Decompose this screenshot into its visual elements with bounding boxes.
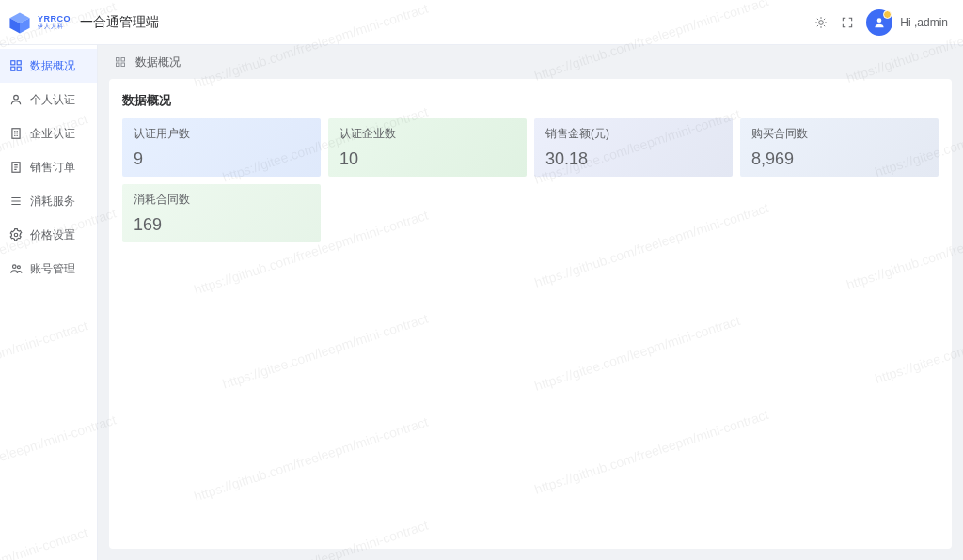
stat-label: 购买合同数 xyxy=(751,126,927,142)
brand-logo: YRRCO 伊人人科 xyxy=(8,10,71,35)
dashboard-icon xyxy=(9,59,23,72)
svg-point-20 xyxy=(14,233,18,237)
grid-icon xyxy=(115,56,126,68)
svg-rect-16 xyxy=(17,67,21,70)
greeting-text: Hi ,admin xyxy=(900,16,948,29)
svg-rect-23 xyxy=(117,58,120,62)
svg-point-12 xyxy=(877,18,882,23)
svg-rect-25 xyxy=(117,63,120,67)
stat-card-bought-contracts: 购买合同数 8,969 xyxy=(740,118,939,177)
svg-point-3 xyxy=(819,20,824,24)
settings-icon xyxy=(9,228,23,241)
fullscreen-icon xyxy=(841,16,854,29)
svg-point-17 xyxy=(14,95,19,100)
svg-rect-26 xyxy=(121,63,125,67)
building-icon xyxy=(9,127,23,140)
sidebar-item-consume-service[interactable]: 消耗服务 xyxy=(0,184,97,218)
overview-panel: 数据概况 认证用户数 9 认证企业数 10 销售金额(元) 30.18 购买合同… xyxy=(109,79,952,549)
sidebar-item-overview[interactable]: 数据概况 xyxy=(0,49,97,83)
stat-value: 9 xyxy=(134,149,309,169)
stat-card-enterprises: 认证企业数 10 xyxy=(328,118,527,177)
sidebar-item-price-settings[interactable]: 价格设置 xyxy=(0,218,97,252)
sidebar-item-label: 销售订单 xyxy=(30,160,75,176)
sidebar-item-label: 价格设置 xyxy=(30,227,75,243)
svg-rect-13 xyxy=(11,61,15,65)
svg-line-8 xyxy=(817,18,818,19)
sidebar-item-personal-auth[interactable]: 个人认证 xyxy=(0,83,97,117)
person-icon xyxy=(9,93,23,106)
stat-value: 10 xyxy=(339,149,515,169)
svg-rect-18 xyxy=(12,129,20,139)
theme-toggle-button[interactable] xyxy=(808,9,834,36)
app-header: YRRCO 伊人人科 一合通管理端 Hi ,admin xyxy=(0,0,963,45)
sidebar-item-label: 消耗服务 xyxy=(30,194,75,210)
stat-label: 消耗合同数 xyxy=(134,192,309,208)
brand-name: YRRCO xyxy=(38,15,71,23)
stat-card-users: 认证用户数 9 xyxy=(122,118,321,177)
order-icon xyxy=(9,161,23,174)
stat-label: 销售金额(元) xyxy=(545,126,721,142)
stat-card-consumed-contracts: 消耗合同数 169 xyxy=(122,184,321,242)
sidebar-item-label: 个人认证 xyxy=(30,92,75,108)
sidebar-item-enterprise-auth[interactable]: 企业认证 xyxy=(0,117,97,150)
breadcrumb-label: 数据概况 xyxy=(135,54,181,70)
svg-line-10 xyxy=(817,24,818,25)
user-avatar[interactable] xyxy=(866,9,892,36)
stat-card-sales-amount: 销售金额(元) 30.18 xyxy=(534,118,733,177)
sidebar-item-label: 账号管理 xyxy=(30,261,75,277)
stat-label: 认证用户数 xyxy=(134,126,309,142)
svg-point-22 xyxy=(17,266,20,269)
user-icon xyxy=(873,16,886,29)
main-area: 数据概况 数据概况 认证用户数 9 认证企业数 10 销售金额(元) 30.18… xyxy=(98,45,963,560)
stat-value: 169 xyxy=(134,215,309,235)
app-title: 一合通管理端 xyxy=(80,14,159,31)
sidebar-item-label: 数据概况 xyxy=(30,58,75,74)
svg-rect-15 xyxy=(11,67,15,70)
sidebar-item-label: 企业认证 xyxy=(30,126,75,142)
brand-subtitle: 伊人人科 xyxy=(38,23,71,29)
stat-value: 8,969 xyxy=(751,149,927,169)
list-icon xyxy=(9,194,23,208)
stat-label: 认证企业数 xyxy=(339,126,515,142)
sun-icon xyxy=(814,16,828,29)
fullscreen-button[interactable] xyxy=(834,9,860,36)
sidebar-item-account-mgmt[interactable]: 账号管理 xyxy=(0,252,97,286)
svg-rect-14 xyxy=(17,61,21,65)
sidebar: 数据概况 个人认证 企业认证 销售订单 消耗服务 xyxy=(0,45,98,560)
stats-cards: 认证用户数 9 认证企业数 10 销售金额(元) 30.18 购买合同数 8,9… xyxy=(122,118,939,242)
cube-icon xyxy=(8,10,32,35)
svg-point-21 xyxy=(13,265,17,269)
svg-line-11 xyxy=(824,18,825,19)
stat-value: 30.18 xyxy=(545,149,721,169)
users-icon xyxy=(9,262,23,275)
panel-title: 数据概况 xyxy=(122,92,939,109)
sidebar-item-sales-orders[interactable]: 销售订单 xyxy=(0,150,97,184)
svg-rect-24 xyxy=(121,58,125,62)
svg-line-9 xyxy=(824,24,825,25)
breadcrumb: 数据概况 xyxy=(98,45,963,79)
